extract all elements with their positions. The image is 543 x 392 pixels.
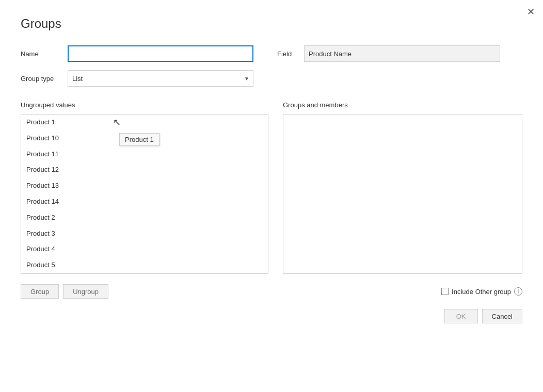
ungrouped-title: Ungrouped values: [21, 101, 268, 109]
group-type-select[interactable]: List Bin: [68, 70, 253, 87]
list-item[interactable]: Product 3: [21, 226, 268, 242]
group-type-row: Group type List Bin ▼: [21, 70, 522, 87]
ungrouped-list[interactable]: ↖ Product 1 Product 1 Product 10 Product…: [21, 114, 268, 274]
list-item[interactable]: Product 14: [21, 194, 268, 210]
cancel-button[interactable]: Cancel: [482, 309, 522, 323]
list-item[interactable]: Product 10: [21, 130, 268, 146]
groups-list[interactable]: [283, 114, 522, 274]
dialog-title: Groups: [21, 17, 522, 31]
field-value: Product Name: [304, 45, 500, 62]
group-button[interactable]: Group: [21, 284, 59, 299]
ok-button[interactable]: OK: [444, 309, 478, 323]
list-item[interactable]: Product 11: [21, 146, 268, 162]
list-item[interactable]: Product 6: [21, 273, 268, 274]
close-button[interactable]: ✕: [527, 7, 535, 17]
info-icon[interactable]: i: [514, 287, 522, 296]
groups-title: Groups and members: [283, 101, 522, 109]
ungroup-button[interactable]: Ungroup: [63, 284, 108, 299]
list-item[interactable]: Product 4: [21, 241, 268, 257]
list-item[interactable]: Product 2: [21, 210, 268, 226]
dialog-footer: OK Cancel: [21, 309, 522, 323]
groups-dialog: ✕ Groups Name Field Product Name Group t…: [0, 0, 543, 392]
list-item[interactable]: Product 13: [21, 178, 268, 194]
ungrouped-section: Ungrouped values ↖ Product 1 Product 1 P…: [21, 101, 268, 274]
lists-section: Ungrouped values ↖ Product 1 Product 1 P…: [21, 101, 522, 274]
name-field-row: Name Field Product Name: [21, 45, 522, 62]
list-item[interactable]: Product 5: [21, 257, 268, 273]
include-other-label: Include Other group: [452, 288, 511, 296]
group-type-wrapper: List Bin ▼: [68, 70, 253, 87]
list-item[interactable]: Product 12: [21, 162, 268, 178]
include-other-checkbox[interactable]: [441, 288, 449, 295]
list-item[interactable]: Product 1: [21, 115, 268, 130]
groups-section: Groups and members: [283, 101, 522, 274]
name-input[interactable]: [68, 45, 253, 62]
field-label: Field: [277, 50, 296, 58]
group-type-label: Group type: [21, 75, 59, 83]
right-options: Include Other group i: [441, 287, 522, 296]
name-label: Name: [21, 50, 59, 58]
bottom-row: Group Ungroup Include Other group i: [21, 284, 522, 299]
action-buttons: Group Ungroup: [21, 284, 108, 299]
